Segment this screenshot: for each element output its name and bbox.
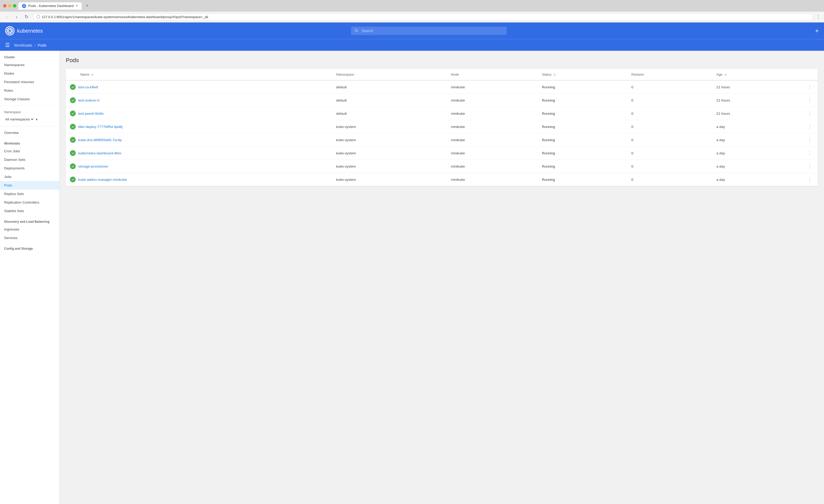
sidebar-item-storage-classes[interactable]: Storage Classes	[0, 95, 59, 103]
row-menu-icon-3[interactable]: ⋮	[806, 124, 814, 130]
browser-more-button[interactable]: ⋮	[816, 14, 821, 20]
pod-menu-6[interactable]: ⋮	[802, 160, 818, 173]
pod-restarts-0: 0	[627, 80, 712, 94]
sidebar-divider-1	[0, 105, 59, 106]
sidebar-item-services[interactable]: Services	[0, 234, 59, 242]
table-row: kube-dns-86f6f55dd5-7sc4p kube-system mi…	[66, 133, 818, 147]
pod-age-3: a day	[712, 120, 802, 133]
table-row: test-orderer-0 default minikube Running …	[66, 94, 818, 107]
discovery-section-title: Discovery and Load Balancing	[0, 215, 59, 225]
sidebar-item-cron-jobs[interactable]: Cron Jobs	[0, 147, 59, 155]
search-input[interactable]	[351, 27, 507, 35]
pod-menu-5[interactable]: ⋮	[802, 147, 818, 160]
pod-link-6[interactable]: storage-provisioner	[78, 164, 108, 168]
pod-link-0[interactable]: test-ca-kffw9	[78, 85, 98, 89]
address-bar[interactable]: 127.0.0.1:8001/api/v1/namespaces/kube-sy…	[33, 13, 813, 20]
tab-close-button[interactable]: ✕	[76, 4, 78, 7]
pod-restarts-3: 0	[627, 120, 712, 133]
sidebar-item-stateful-sets[interactable]: Stateful Sets	[0, 207, 59, 215]
namespace-label: Namespace	[4, 110, 21, 114]
th-status[interactable]: Status ⇅	[538, 69, 627, 80]
status-check-icon-6	[70, 163, 76, 169]
row-menu-icon-2[interactable]: ⋮	[806, 110, 814, 117]
pod-link-4[interactable]: kube-dns-86f6f55dd5-7sc4p	[78, 138, 122, 142]
pod-age-5: a day	[712, 147, 802, 160]
new-tab-button[interactable]: +	[84, 2, 91, 10]
maximize-window-dot[interactable]	[13, 4, 16, 7]
forward-button[interactable]: ›	[13, 13, 20, 20]
menu-toggle-button[interactable]: ☰	[5, 42, 10, 48]
name-sort-icon: ⇅	[91, 73, 93, 76]
pod-status-0: Running	[538, 80, 627, 94]
pod-namespace-2: default	[332, 107, 447, 120]
window-controls	[3, 4, 16, 7]
pod-status-3: Running	[538, 120, 627, 133]
pod-name-cell-7: kube-addon-manager-minikube	[66, 173, 332, 186]
pod-link-3[interactable]: tiller-deploy-7777bff5d-4pd6j	[78, 125, 123, 129]
row-menu-icon-5[interactable]: ⋮	[806, 150, 814, 156]
row-menu-icon-6[interactable]: ⋮	[806, 163, 814, 169]
namespace-selector[interactable]: Namespace	[0, 108, 59, 117]
pod-status-6: Running	[538, 160, 627, 173]
pod-menu-3[interactable]: ⋮	[802, 120, 818, 133]
tab-title: Pods - Kubernetes Dashboard	[28, 4, 74, 8]
pod-link-7[interactable]: kube-addon-manager-minikube	[78, 178, 127, 181]
pod-age-2: 21 hours	[712, 107, 802, 120]
app-logo[interactable]: kubernetes	[5, 26, 43, 35]
sidebar-item-persistent-volumes[interactable]: Persistent Volumes	[0, 78, 59, 86]
pod-age-1: 21 hours	[712, 94, 802, 107]
sidebar-item-replication-controllers[interactable]: Replication Controllers	[0, 198, 59, 207]
th-name[interactable]: Name ⇅	[66, 69, 332, 80]
pod-menu-4[interactable]: ⋮	[802, 133, 818, 147]
sidebar-item-namespaces[interactable]: Namespaces	[0, 60, 59, 69]
minimize-window-dot[interactable]	[8, 4, 11, 7]
back-button[interactable]: ‹	[3, 13, 10, 20]
pod-menu-0[interactable]: ⋮	[802, 80, 818, 94]
sidebar-item-replica-sets[interactable]: Replica Sets	[0, 190, 59, 198]
pod-menu-1[interactable]: ⋮	[802, 94, 818, 107]
breadcrumb-workloads[interactable]: Workloads	[14, 43, 32, 47]
pod-menu-7[interactable]: ⋮	[802, 173, 818, 186]
sidebar-item-ingresses[interactable]: Ingresses	[0, 225, 59, 234]
main-content: Pods Name ⇅ Namespace	[60, 51, 824, 504]
close-window-dot[interactable]	[3, 4, 6, 7]
row-menu-icon-4[interactable]: ⋮	[806, 137, 814, 143]
sidebar-item-pods[interactable]: Pods	[0, 181, 59, 190]
status-sort-icon: ⇅	[553, 73, 555, 76]
sidebar-item-nodes[interactable]: Nodes	[0, 69, 59, 78]
pod-link-5[interactable]: kubernetes-dashboard-ll6sv	[78, 151, 121, 155]
pod-link-2[interactable]: test-peer0-lbh8n	[78, 112, 104, 116]
sidebar-item-deployments[interactable]: Deployments	[0, 164, 59, 172]
pod-restarts-7: 0	[627, 173, 712, 186]
sidebar-item-roles[interactable]: Roles	[0, 86, 59, 95]
row-menu-icon-0[interactable]: ⋮	[806, 84, 814, 90]
row-menu-icon-7[interactable]: ⋮	[806, 176, 814, 182]
tab-favicon	[22, 4, 26, 8]
svg-point-5	[9, 30, 11, 32]
status-check-icon-2	[70, 111, 76, 116]
row-menu-icon-1[interactable]: ⋮	[806, 97, 814, 103]
pod-status-1: Running	[538, 94, 627, 107]
pod-link-1[interactable]: test-orderer-0	[78, 98, 100, 102]
namespace-select[interactable]: All namespaces	[4, 117, 34, 121]
svg-point-14	[355, 29, 357, 31]
sidebar-item-daemon-sets[interactable]: Daemon Sets	[0, 155, 59, 164]
pod-menu-2[interactable]: ⋮	[802, 107, 818, 120]
sidebar-item-overview[interactable]: Overview	[0, 128, 59, 137]
sidebar-item-jobs[interactable]: Jobs	[0, 172, 59, 181]
browser-toolbar: ‹ › ↻ 127.0.0.1:8001/api/v1/namespaces/k…	[0, 12, 824, 22]
pod-namespace-5: kube-system	[332, 147, 447, 160]
status-check-icon-0	[70, 84, 76, 90]
status-check-icon-3	[70, 124, 76, 129]
pod-namespace-3: kube-system	[332, 120, 447, 133]
pod-node-7: minikube	[447, 173, 538, 186]
pod-node-6: minikube	[447, 160, 538, 173]
namespace-select-container[interactable]: All namespaces ▾	[0, 117, 59, 124]
table-container: Name ⇅ Namespace Node Status ⇅	[66, 69, 818, 186]
pods-tbody: test-ca-kffw9 default minikube Running 0…	[66, 80, 818, 186]
browser-tab[interactable]: Pods - Kubernetes Dashboard ✕	[18, 2, 82, 10]
add-button[interactable]: +	[815, 27, 819, 34]
th-age[interactable]: Age ⇅	[712, 69, 802, 80]
reload-button[interactable]: ↻	[23, 13, 30, 20]
table-row: kubernetes-dashboard-ll6sv kube-system m…	[66, 147, 818, 160]
